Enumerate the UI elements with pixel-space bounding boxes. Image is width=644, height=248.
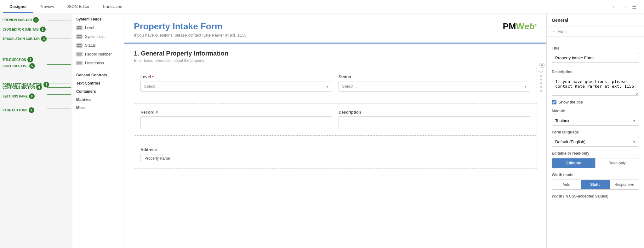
main-area: PREVIEW SUB-TAB 1 JSON EDITOR SUB-TAB 2 … bbox=[0, 14, 644, 248]
width-responsive-button[interactable]: Responsive bbox=[610, 180, 639, 189]
form-header-text: Property Intake Form If you have questio… bbox=[134, 21, 247, 38]
settings-editable-label: Editable or read-only bbox=[552, 151, 639, 156]
annotation-badge-4: 4 bbox=[27, 57, 33, 62]
form-row-level-status: Level * Select... Status bbox=[140, 74, 530, 92]
annotation-badge-7: 7 bbox=[43, 82, 49, 87]
redo-button[interactable]: → bbox=[621, 3, 628, 11]
top-nav: Designer Preview JSON Editor Translation… bbox=[0, 0, 644, 14]
settings-module-label: Module bbox=[552, 109, 639, 113]
svg-marker-17 bbox=[541, 64, 543, 67]
settings-title-input[interactable] bbox=[552, 53, 639, 63]
sidebar-group-misc[interactable]: Misc bbox=[72, 103, 124, 111]
field-select-wrapper-level: Select... bbox=[140, 81, 332, 92]
annotation-badge-9: 9 bbox=[29, 107, 34, 113]
svg-rect-15 bbox=[77, 53, 82, 56]
tool-dot-5 bbox=[540, 90, 542, 92]
settings-nav-label: Form bbox=[558, 29, 567, 34]
editable-button[interactable]: Editable bbox=[552, 158, 596, 168]
sidebar-group-containers[interactable]: Containers bbox=[72, 87, 124, 95]
tool-dot-4 bbox=[540, 86, 542, 88]
annotation-badge-3: 3 bbox=[41, 36, 47, 42]
field-input-record[interactable] bbox=[140, 116, 332, 129]
settings-toggle-button[interactable]: ☰ bbox=[631, 3, 638, 11]
readonly-button[interactable]: Read-only bbox=[596, 158, 639, 168]
sidebar-item-description[interactable]: Description bbox=[72, 59, 124, 68]
sidebar-item-system-list[interactable]: System List bbox=[72, 32, 124, 41]
settings-header-title: General bbox=[552, 18, 568, 23]
annotation-badge-1: 1 bbox=[33, 17, 39, 23]
property-name-tag[interactable]: Property Name bbox=[140, 155, 174, 162]
tab-translation[interactable]: Translation bbox=[96, 1, 128, 13]
form-block-level-status: Level * Select... Status bbox=[134, 68, 537, 98]
tool-dot-2 bbox=[540, 79, 542, 80]
annotation-badge-5: 5 bbox=[29, 63, 35, 69]
svg-rect-14 bbox=[77, 46, 82, 47]
field-label-desc: Description bbox=[339, 110, 530, 115]
sidebar-item-status[interactable]: Status bbox=[72, 41, 124, 50]
sidebar-group-general-controls[interactable]: General Controls bbox=[72, 70, 124, 79]
settings-module-select[interactable]: Toolbox bbox=[552, 116, 639, 126]
settings-description-textarea[interactable]: If you have questions, please contact Ka… bbox=[552, 77, 639, 96]
form-section-1: 1. General Property Information Enter ba… bbox=[134, 50, 537, 169]
settings-show-title-checkbox[interactable] bbox=[552, 100, 556, 104]
form-subtitle: If you have questions, please contact Ka… bbox=[134, 33, 247, 38]
annotation-label-5: CONTROLS LIST bbox=[3, 64, 28, 68]
sidebar-item-label-description: Description bbox=[85, 61, 104, 65]
form-field-desc: Description bbox=[339, 110, 530, 129]
tab-designer[interactable]: Designer bbox=[3, 1, 33, 13]
undo-button[interactable]: ← bbox=[611, 3, 618, 11]
tab-json-editor[interactable]: JSON Editor bbox=[60, 1, 96, 13]
field-label-level: Level * bbox=[140, 74, 332, 79]
annotation-lines bbox=[0, 14, 72, 248]
form-logo: PMWeb® bbox=[503, 21, 537, 32]
settings-pane: General →| Form Title Description If you… bbox=[546, 14, 644, 248]
settings-width-mode-label: Width mode bbox=[552, 173, 639, 177]
sidebar-item-label-level: Level bbox=[85, 26, 94, 30]
settings-form-language-label: Form language bbox=[552, 130, 639, 134]
annotation-label-8: SETTINGS PANE bbox=[3, 95, 28, 98]
status-icon bbox=[76, 43, 83, 48]
svg-rect-11 bbox=[77, 35, 82, 36]
width-auto-button[interactable]: Auto bbox=[552, 180, 581, 189]
level-icon bbox=[76, 26, 83, 30]
sidebar-group-text-controls[interactable]: Text Controls bbox=[72, 79, 124, 87]
section-title-1: 1. General Property Information bbox=[134, 50, 537, 57]
section-subtitle-1: Enter basic information about the proper… bbox=[134, 58, 537, 63]
sidebar: System Fields Level System List Status bbox=[72, 14, 124, 248]
field-select-status[interactable]: Select... bbox=[339, 81, 530, 92]
field-label-status: Status bbox=[339, 74, 530, 79]
sidebar-item-level[interactable]: Level bbox=[72, 23, 124, 32]
sidebar-item-label-system-list: System List bbox=[85, 34, 105, 39]
annotation-label-3: TRANSLATION SUB-TAB bbox=[3, 37, 40, 41]
settings-show-title-row: Show the title bbox=[552, 100, 639, 104]
settings-nav-arrow: →| bbox=[552, 29, 556, 34]
tool-circle-1[interactable] bbox=[539, 70, 543, 73]
settings-form-language-select-wrapper: Default (English) bbox=[552, 137, 639, 147]
settings-description-label: Description bbox=[552, 70, 639, 74]
tab-preview[interactable]: Preview bbox=[33, 1, 60, 13]
form-field-record: Record # bbox=[140, 110, 332, 129]
logo-registered: ® bbox=[535, 23, 537, 27]
required-indicator-level: * bbox=[152, 74, 154, 79]
width-static-button[interactable]: Static bbox=[581, 180, 610, 189]
tool-diamond[interactable] bbox=[539, 63, 544, 68]
settings-show-title-label: Show the title bbox=[558, 100, 583, 104]
annotation-label-2: JSON EDITOR SUB-TAB bbox=[3, 28, 39, 31]
form-header: Property Intake Form If you have questio… bbox=[124, 14, 546, 44]
form-title: Property Intake Form bbox=[134, 21, 247, 32]
tool-dot-3 bbox=[540, 82, 542, 84]
svg-rect-12 bbox=[77, 37, 82, 38]
field-select-level[interactable]: Select... bbox=[140, 81, 332, 92]
annotation-label-7: FORM SETTINGS BUTTON bbox=[3, 83, 42, 86]
editable-button-group: Editable Read-only bbox=[552, 158, 639, 168]
logo-text: PMWeb® bbox=[503, 21, 537, 32]
sidebar-group-matrixes[interactable]: Matrixes bbox=[72, 95, 124, 103]
sidebar-divider bbox=[72, 69, 124, 69]
settings-body: Title Description If you have questions,… bbox=[547, 37, 644, 206]
sidebar-item-record-number[interactable]: Record Number bbox=[72, 50, 124, 59]
field-input-desc[interactable] bbox=[339, 116, 530, 129]
settings-form-language-select[interactable]: Default (English) bbox=[552, 137, 639, 147]
form-field-status: Status Select... bbox=[339, 74, 530, 92]
field-label-address: Address bbox=[140, 147, 530, 152]
form-preview: Property Intake Form If you have questio… bbox=[124, 14, 546, 248]
